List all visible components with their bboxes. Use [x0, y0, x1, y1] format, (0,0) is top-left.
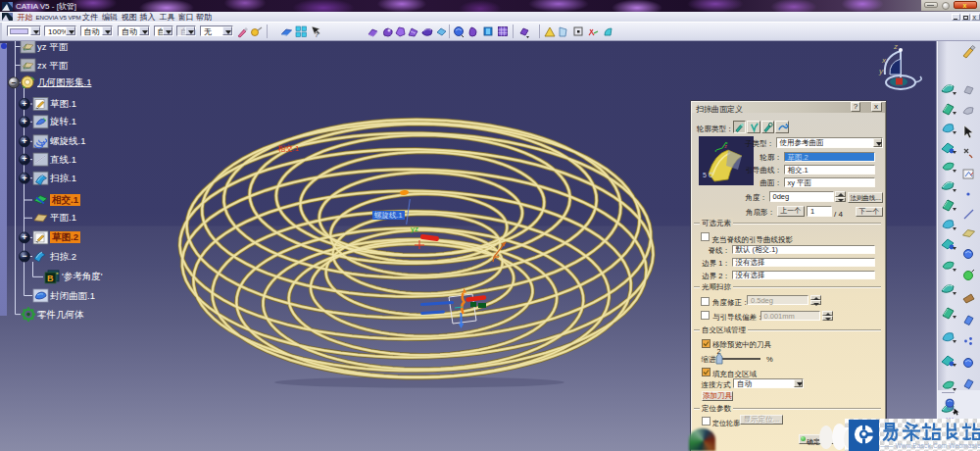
svg-text:z: z: [724, 143, 727, 149]
svg-text:5 C: 5 C: [703, 172, 713, 178]
svg-text:+: +: [22, 136, 26, 146]
svg-text:B: B: [47, 274, 54, 283]
svg-text:+: +: [22, 174, 26, 183]
svg-text:+: +: [22, 154, 26, 164]
svg-text:?: ?: [315, 31, 318, 38]
svg-text:+: +: [22, 117, 26, 126]
svg-text:y: y: [878, 67, 884, 75]
svg-text:+: +: [22, 99, 26, 109]
svg-text:−: −: [12, 78, 17, 87]
svg-text:z: z: [893, 42, 898, 51]
svg-text:−: −: [22, 251, 26, 261]
svg-text:+: +: [22, 232, 26, 242]
